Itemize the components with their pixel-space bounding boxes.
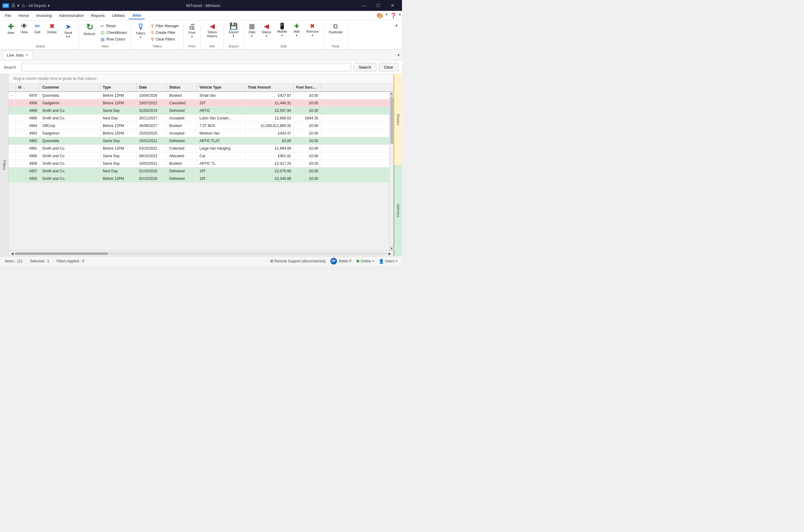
row-expand-cell[interactable] [8, 175, 16, 182]
col-status-label: Status [169, 85, 180, 90]
row-expand-cell[interactable] [8, 160, 16, 167]
grid-col-id[interactable]: Id ⌄ [16, 83, 40, 91]
table-row[interactable]: 4964ZiffCorpBefore 12PM26/09/2027Booked7… [8, 122, 394, 130]
send-to-button[interactable]: ➤ Send to ▾ [60, 22, 76, 39]
online-dropdown-icon[interactable]: ▾ [372, 259, 374, 263]
row-expand-cell[interactable] [8, 168, 16, 175]
print-button[interactable]: 🖨 Print ▾ [186, 22, 198, 39]
vscroll-thumb[interactable] [390, 96, 393, 144]
status-history-button[interactable]: ◀ Status History [203, 22, 221, 39]
new-button[interactable]: ✚ New [5, 22, 17, 36]
hscroll-thumb[interactable] [15, 252, 108, 255]
maximize-button[interactable]: ☐ [371, 0, 385, 11]
date-button[interactable]: ▦ Date ▾ [246, 22, 258, 39]
filters-button[interactable]: ⊽ Filters ▾ [134, 22, 148, 40]
row-colors-button[interactable]: ▤ Row Colors [99, 36, 129, 42]
grid-col-fuel[interactable]: Fuel Surc… [294, 83, 321, 91]
drivers-panel[interactable]: Drivers [394, 74, 402, 165]
filters-panel[interactable]: Filters [0, 74, 8, 256]
hscroll-left-arrow[interactable]: ◀ [10, 251, 15, 256]
menu-administration[interactable]: Administration [55, 12, 87, 19]
checkboxes-button[interactable]: ☑ CheckBoxes [99, 30, 129, 36]
table-row[interactable]: 4969GadgetronBefore 12PM19/07/2022Cancel… [8, 99, 394, 107]
table-row[interactable]: 4966Smith and Co.Next Day26/11/2027Accep… [8, 115, 394, 122]
row-expand-cell[interactable] [8, 145, 16, 152]
hamburger-icon[interactable]: ☰ [12, 3, 15, 8]
filter-manager-button[interactable]: ⊽ Filter Manager [149, 23, 181, 29]
titlebar-nav-icons[interactable]: ☰ ▾ [12, 3, 19, 8]
hscroll-track[interactable] [15, 252, 387, 255]
grid-col-date[interactable]: Date [137, 83, 167, 91]
online-status[interactable]: Online ▾ [356, 259, 374, 263]
table-row[interactable]: 4955Smith and Co.Before 12PM02/10/2018De… [8, 175, 394, 183]
home-icon[interactable]: ⌂ [22, 3, 25, 8]
ribbon-collapse-button[interactable]: ▲ [394, 22, 400, 28]
minimize-button[interactable]: — [357, 0, 370, 11]
grid-col-type[interactable]: Type [100, 83, 137, 91]
remove-button[interactable]: ✖ Remove ▾ [304, 22, 321, 38]
depot-selector[interactable]: All Depots ▾ [28, 3, 50, 8]
vscroll-up-arrow[interactable]: ▲ [389, 92, 394, 96]
table-row[interactable]: 4959Smith and Co.Same Day10/02/2021Booke… [8, 160, 394, 168]
menu-utilities[interactable]: Utilities [109, 12, 129, 19]
status-edit-button[interactable]: ◀ Status ▾ [259, 22, 273, 39]
menu-settings-dropdown[interactable]: ▾ [386, 13, 387, 19]
hscroll-right-arrow[interactable]: ▶ [387, 251, 392, 256]
export-button[interactable]: 💾 Export ▾ [226, 22, 241, 39]
search-button[interactable]: Search [353, 63, 376, 71]
menu-jobs[interactable]: Jobs [129, 12, 145, 19]
clear-button[interactable]: Clear [379, 63, 398, 71]
horizontal-scrollbar[interactable]: ◀ ▶ [8, 251, 394, 256]
menu-file[interactable]: File [1, 12, 15, 19]
table-row[interactable]: 4968Smith and Co.Same Day31/03/2019Deliv… [8, 107, 394, 115]
search-input[interactable] [21, 63, 351, 71]
view-button[interactable]: 👁 View [18, 22, 30, 35]
create-filter-button[interactable]: ⊽ Create Filter [149, 30, 181, 36]
menu-reports[interactable]: Reports [87, 12, 109, 19]
duplicate-button[interactable]: ⧉ Duplicate [326, 22, 345, 35]
menu-home[interactable]: Home [15, 12, 33, 19]
tab-close-icon[interactable]: ✕ [25, 53, 28, 57]
table-row[interactable]: 4957Smith and Co.Next Day01/10/2026Deliv… [8, 168, 394, 175]
table-row[interactable]: 4960Smith and Co.Same Day09/10/2023Alloc… [8, 152, 394, 160]
table-row[interactable]: 4961Smith and Co.Before 12PM03/10/2022Co… [8, 145, 394, 152]
edit-button[interactable]: ✏ Edit [32, 22, 43, 35]
row-expand-cell[interactable] [8, 152, 16, 159]
users-section[interactable]: 👤 Users ▾ [379, 259, 397, 264]
grid-col-customer[interactable]: Customer [40, 83, 100, 91]
grid-col-status[interactable]: Status [167, 83, 197, 91]
help-icon[interactable]: ❓ [390, 13, 397, 19]
grid-col-total[interactable]: Total Amount [245, 83, 294, 91]
clear-filters-button[interactable]: ⊽ Clear Filters [149, 36, 181, 42]
chevron-down-icon[interactable]: ▾ [17, 3, 19, 8]
row-expand-cell[interactable] [8, 99, 16, 107]
reset-button[interactable]: ↩ Reset [99, 23, 129, 29]
row-expand-cell[interactable] [8, 115, 16, 122]
table-row[interactable]: ›4970QuomediaBefore 12PM10/04/2026Booked… [8, 92, 394, 99]
vscroll-down-arrow[interactable]: ▼ [389, 246, 394, 251]
vehicles-panel[interactable]: Vehicles [394, 165, 402, 256]
help-dropdown[interactable]: ▾ [399, 13, 401, 19]
delete-button[interactable]: ✖ Delete [45, 22, 59, 35]
menu-invoicing[interactable]: Invoicing [33, 12, 55, 19]
depot-dropdown-icon[interactable]: ▾ [48, 3, 50, 8]
table-row[interactable]: 4963GadgetronBefore 12PM15/03/2025Accept… [8, 130, 394, 137]
table-row[interactable]: 4962QuomediaSame Day15/01/2021DeliveredA… [8, 137, 394, 145]
view-group-label: View [101, 44, 109, 49]
vertical-scrollbar[interactable]: ▲ ▼ [389, 92, 394, 251]
palette-icon[interactable]: 🎨 [377, 13, 383, 19]
refresh-button[interactable]: ↻ Refresh [81, 22, 98, 37]
add-button[interactable]: ✚ Add ▾ [290, 22, 303, 38]
row-expand-cell[interactable] [8, 122, 16, 129]
row-expand-cell[interactable] [8, 130, 16, 137]
users-dropdown-icon[interactable]: ▾ [396, 259, 397, 263]
row-expand-cell[interactable]: › [8, 92, 16, 99]
row-expand-cell[interactable] [8, 107, 16, 114]
tab-live-jobs[interactable]: Live Jobs ✕ [2, 51, 33, 59]
tabbar-dropdown-icon[interactable]: ▾ [398, 53, 400, 57]
close-button[interactable]: ✕ [386, 0, 400, 11]
grid-col-vehicle[interactable]: Vehicle Type [197, 83, 245, 91]
row-expand-cell[interactable] [8, 137, 16, 145]
send-to-icon: ➤ [65, 23, 71, 30]
mobile-button[interactable]: 📱 Mobile ▾ [275, 22, 289, 38]
